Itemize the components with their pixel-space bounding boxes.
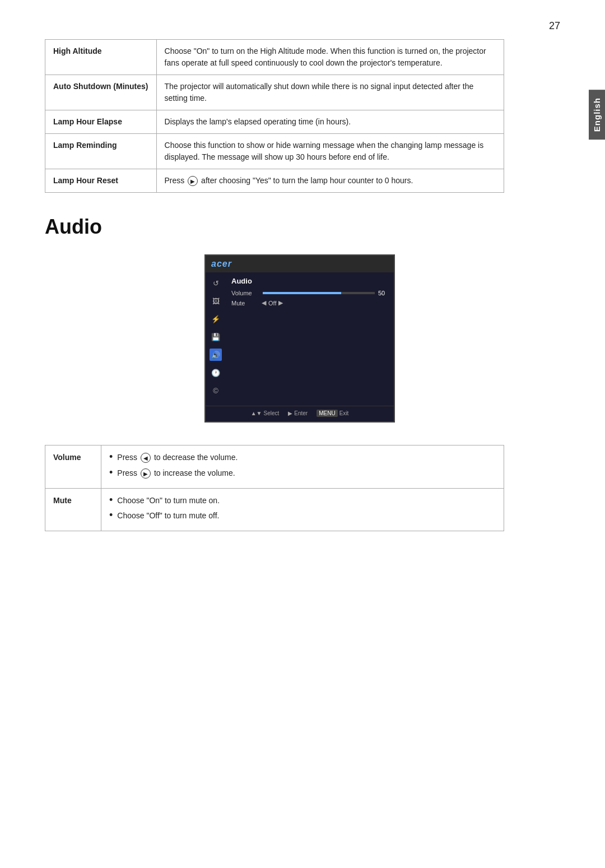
top-table-label-3: Lamp Reminding xyxy=(45,134,157,169)
language-tab: English xyxy=(589,90,605,140)
audio-heading: Audio xyxy=(45,215,555,239)
osd-icon-power: ⚡ xyxy=(210,313,222,325)
osd-section-title: Audio xyxy=(231,277,388,285)
osd-footer-enter: ▶ Enter xyxy=(288,410,308,417)
osd-enter-arrow-icon: ▶ xyxy=(288,410,292,416)
right-arrow-button-icon: ▶ xyxy=(188,176,198,186)
bullet-text: Choose "On" to turn mute on. xyxy=(117,494,220,508)
osd-volume-slider xyxy=(263,292,375,294)
osd-icon-info: © xyxy=(210,384,222,397)
osd-slider-fill xyxy=(263,292,341,294)
bullet-dot-icon: • xyxy=(109,467,113,477)
audio-table: Volume•Press ◀ to decrease the volume.•P… xyxy=(45,445,504,531)
osd-box: acer ↺ 🖼 ⚡ 💾 🔊 🕐 © Audio xyxy=(204,254,395,423)
bullet-dot-icon: • xyxy=(109,510,113,520)
osd-icon-timer: 🕐 xyxy=(210,366,222,379)
bullet-text: Press ▶ to increase the volume. xyxy=(117,467,235,480)
osd-content: Audio Volume 50 Mute ◀ Off ▶ xyxy=(226,272,394,401)
osd-footer-select: ▲▼ Select xyxy=(251,410,280,417)
right-arrow-button-icon: ▶ xyxy=(141,468,151,479)
left-arrow-button-icon: ◀ xyxy=(141,453,151,463)
osd-volume-value: 50 xyxy=(378,290,388,296)
osd-icon-memory: 💾 xyxy=(210,331,222,343)
osd-icon-display: 🖼 xyxy=(210,295,222,307)
osd-body: ↺ 🖼 ⚡ 💾 🔊 🕐 © Audio Volume xyxy=(206,272,394,401)
top-table-label-1: Auto Shutdown (Minutes) xyxy=(45,75,157,110)
osd-footer-exit: MENU Exit xyxy=(317,410,348,417)
osd-icon-return: ↺ xyxy=(210,277,222,289)
bullet-dot-icon: • xyxy=(109,495,113,505)
osd-screenshot: acer ↺ 🖼 ⚡ 💾 🔊 🕐 © Audio xyxy=(45,254,555,423)
osd-icons: ↺ 🖼 ⚡ 💾 🔊 🕐 © xyxy=(206,272,226,401)
osd-icon-audio: 🔊 xyxy=(210,349,222,361)
osd-mute-row: Mute ◀ Off ▶ xyxy=(231,299,388,307)
bottom-table-label-1: Mute xyxy=(45,488,101,531)
top-table-desc-2: Displays the lamp's elapsed operating ti… xyxy=(156,110,504,134)
top-table-label-0: High Altitude xyxy=(45,40,157,75)
settings-table: High AltitudeChoose "On" to turn on the … xyxy=(45,39,504,193)
bottom-table-desc-1: •Choose "On" to turn mute on.•Choose "Of… xyxy=(101,488,504,531)
page-number: 27 xyxy=(549,20,560,32)
bullet-text: Press ◀ to decrease the volume. xyxy=(117,451,238,465)
osd-mute-label: Mute xyxy=(231,300,259,307)
top-table-desc-4: Press ▶ after choosing "Yes" to turn the… xyxy=(156,169,504,193)
top-table-desc-0: Choose "On" to turn on the High Altitude… xyxy=(156,40,504,75)
osd-mute-value: Off xyxy=(268,300,276,307)
bullet-dot-icon: • xyxy=(109,452,113,462)
osd-left-arrow-icon: ◀ xyxy=(262,299,266,307)
osd-header: acer xyxy=(206,256,394,272)
osd-volume-label: Volume xyxy=(231,290,259,296)
osd-select-label-footer: Select xyxy=(263,410,279,416)
osd-volume-row: Volume 50 xyxy=(231,290,388,296)
osd-menu-key: MENU xyxy=(317,410,337,417)
top-table-label-4: Lamp Hour Reset xyxy=(45,169,157,193)
top-table-desc-3: Choose this function to show or hide war… xyxy=(156,134,504,169)
osd-logo: acer xyxy=(211,259,232,269)
bullet-item: •Press ▶ to increase the volume. xyxy=(109,467,496,480)
osd-right-arrow-icon: ▶ xyxy=(278,299,283,307)
osd-select-arrows-icon: ▲▼ xyxy=(251,410,262,416)
top-table-desc-1: The projector will automatically shut do… xyxy=(156,75,504,110)
bullet-item: •Choose "Off" to turn mute off. xyxy=(109,509,496,523)
bullet-item: •Press ◀ to decrease the volume. xyxy=(109,451,496,465)
bullet-text: Choose "Off" to turn mute off. xyxy=(117,509,219,523)
osd-footer: ▲▼ Select ▶ Enter MENU Exit xyxy=(206,406,394,417)
bullet-item: •Choose "On" to turn mute on. xyxy=(109,494,496,508)
bottom-table-label-0: Volume xyxy=(45,445,101,489)
osd-exit-label: Exit xyxy=(339,410,349,416)
bottom-table-desc-0: •Press ◀ to decrease the volume.•Press ▶… xyxy=(101,445,504,489)
top-table-label-2: Lamp Hour Elapse xyxy=(45,110,157,134)
osd-enter-label: Enter xyxy=(294,410,308,416)
